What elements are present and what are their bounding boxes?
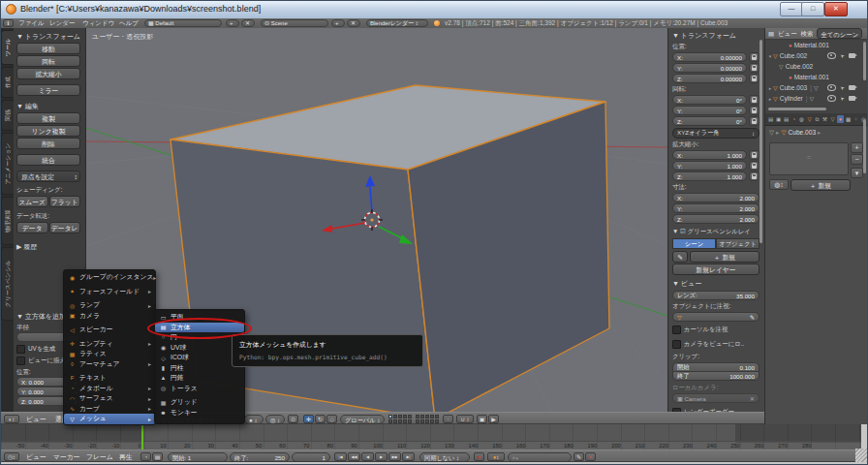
add-menu-item-armature[interactable]: ◊アーマチュア▸ — [64, 359, 155, 370]
render-engine-selector[interactable]: Blenderレンダー ↕ — [366, 19, 428, 27]
lock-icon[interactable] — [749, 116, 760, 126]
loc-z-field[interactable]: Z:0.00000 — [672, 74, 747, 83]
clip-end-field[interactable]: 終了1000.000 — [672, 371, 760, 381]
next-keyframe-button[interactable]: ▶▶ — [388, 452, 401, 461]
minimize-button[interactable]: — — [780, 2, 803, 16]
timeline-play-menu[interactable]: 再生 — [117, 452, 135, 461]
add-menu-item-mesh[interactable]: ▽メッシュ▸ — [64, 414, 155, 424]
shelf-tab-relations[interactable]: 関係 — [1, 100, 14, 131]
menu-window[interactable]: ウィンドウ — [82, 19, 114, 27]
menu-file[interactable]: ファイル — [18, 19, 45, 27]
rotate-button[interactable]: 回転 — [16, 55, 80, 67]
lock-cursor-row[interactable]: カーソルを注視 — [672, 324, 760, 335]
play-reverse-button[interactable]: ◀ — [361, 452, 374, 461]
dim-x-field[interactable]: X:2.000 — [672, 193, 760, 202]
preview-range-icon[interactable]: ◔ — [140, 452, 151, 461]
manipulator-translate-icon[interactable]: ✛ — [303, 415, 314, 423]
outliner-row-cube002-data[interactable]: ▽Cube.002 — [765, 61, 868, 72]
add-menu-item-surface[interactable]: ◠サーフェス▸ — [64, 393, 155, 404]
render-opengl-icon[interactable]: ▣ — [477, 415, 487, 423]
loc-x-field[interactable]: X:0.00000 — [672, 52, 747, 62]
lock-icon[interactable] — [749, 63, 760, 73]
timeline-canvas[interactable]: -50-40-30-20-100102030405060708090100110… — [1, 424, 861, 450]
lock-icon[interactable] — [749, 74, 760, 83]
checkbox-icon[interactable] — [16, 345, 25, 354]
shade-smooth-button[interactable]: スムーズ — [16, 196, 48, 207]
keying-set-field[interactable]: 🗝 — [508, 452, 572, 462]
menu-render[interactable]: レンダー — [49, 19, 75, 27]
selectability-cursor-icon[interactable]: ➤ — [839, 95, 847, 103]
menu-help[interactable]: ヘルプ — [119, 19, 139, 27]
scene-selector[interactable]: ⊙ Scene — [261, 19, 328, 27]
add-menu-item-empty[interactable]: ✛エンプティ▸ — [64, 339, 155, 350]
mesh-item-grid[interactable]: ▦グリッド — [155, 397, 244, 408]
keying-set-icon[interactable]: ●↕ — [487, 452, 505, 461]
editor-type-icon[interactable]: ◐↕ — [4, 415, 19, 423]
shelf-tab-tools[interactable]: ツール — [1, 30, 14, 65]
grease-object-button[interactable]: オブジェクト — [716, 238, 760, 249]
prev-keyframe-button[interactable]: ◀◀ — [348, 452, 360, 461]
timeline-view-menu[interactable]: ビュー — [24, 452, 48, 461]
grease-scene-button[interactable]: シーン — [672, 238, 716, 249]
npanel-transform-header[interactable]: ▼ トランスフォーム — [672, 31, 760, 41]
tab-object-icon[interactable]: ▽ — [806, 115, 813, 123]
breadcrumb-object-name[interactable]: Cube.003 — [788, 129, 816, 136]
maximize-button[interactable]: □ — [801, 2, 824, 16]
frame-end-field[interactable]: 終了:250 — [230, 452, 290, 462]
lock-icon[interactable] — [749, 95, 760, 105]
set-origin-dropdown[interactable]: 原点を設定 ↕ — [16, 170, 80, 182]
tab-constraints-icon[interactable]: ⧉ — [814, 115, 821, 123]
outliner-view-menu[interactable]: ビュー — [778, 28, 796, 39]
scene-add-button[interactable]: + — [331, 19, 345, 27]
add-menu-item-group-instance[interactable]: ◉グループのインスタンス▸ — [64, 272, 155, 283]
visibility-eye-icon[interactable] — [827, 95, 836, 102]
shelf-tab-create[interactable]: 作成 — [1, 67, 14, 98]
clear-x-icon[interactable]: ✕ — [750, 395, 755, 402]
move-button[interactable]: 移動 — [16, 43, 80, 54]
checkbox-icon[interactable] — [672, 340, 681, 349]
outliner-row-material2[interactable]: ●Material.001 — [765, 72, 868, 82]
rot-z-field[interactable]: Z:0° — [672, 116, 747, 126]
scale-button[interactable]: 拡大縮小 — [16, 68, 80, 79]
timeline-marker-menu[interactable]: マーカー — [51, 452, 82, 461]
render-camera-icon[interactable] — [849, 53, 855, 58]
mesh-item-monkey[interactable]: ☻モンキー — [155, 408, 244, 418]
tab-texture-icon[interactable]: ▦ — [845, 115, 852, 123]
checkbox-icon[interactable] — [16, 356, 25, 365]
lock-icon[interactable] — [749, 171, 760, 181]
selectability-cursor-icon[interactable]: ➤ — [839, 52, 847, 60]
manipulator-scale-icon[interactable]: ◇ — [326, 415, 337, 423]
rot-x-field[interactable]: X:0° — [672, 95, 747, 105]
shade-flat-button[interactable]: フラット — [49, 196, 81, 207]
shelf-tab-physics[interactable]: 物理演算 — [1, 197, 14, 245]
jump-start-button[interactable]: |◀ — [334, 452, 347, 461]
outliner-row-cube002[interactable]: ▾ ▽Cube.002 ➤ — [765, 50, 868, 61]
close-button[interactable]: ✕ — [824, 2, 848, 16]
material-browse-icon[interactable]: ◍↕ — [769, 179, 789, 190]
rotation-mode-dropdown[interactable]: XYZオイラー角↕ — [672, 128, 760, 139]
mirror-button[interactable]: ミラー — [16, 84, 80, 96]
lock-icon[interactable] — [749, 106, 760, 115]
outliner-scope-dropdown[interactable]: 全てのシーン — [817, 28, 862, 39]
rot-y-field[interactable]: Y:0° — [672, 106, 747, 115]
delete-button[interactable]: 削除 — [16, 138, 80, 149]
scale-x-field[interactable]: X:1.000 — [672, 150, 747, 160]
orientation-dropdown[interactable]: グローバル ↕ — [340, 415, 385, 424]
jump-end-button[interactable]: ▶| — [402, 452, 415, 461]
panel-edit-header[interactable]: ▼ 編集 — [16, 102, 82, 111]
pivot-dropdown[interactable]: ◎ ↕ — [265, 415, 285, 424]
resize-grip[interactable] — [855, 449, 868, 462]
record-button[interactable]: ● — [474, 452, 484, 461]
lock-icon[interactable]: ◦ — [443, 415, 453, 423]
render-camera-icon[interactable] — [849, 85, 855, 90]
clear-x-icon[interactable]: ✕ — [585, 452, 596, 461]
add-menu-item-metaball[interactable]: ◔メタボール▸ — [64, 384, 155, 394]
screen-layout-selector[interactable]: ▦ Default — [144, 19, 222, 27]
current-frame-field[interactable]: 1 — [292, 452, 330, 462]
outliner-vscrollbar[interactable] — [863, 42, 866, 80]
frame-start-field[interactable]: 開始: 1 — [168, 452, 228, 462]
npanel-scrollbar[interactable] — [760, 40, 762, 243]
dim-y-field[interactable]: Y:2.000 — [672, 203, 760, 213]
scene-delete-button[interactable]: ✕ — [347, 19, 360, 27]
tab-render-layers-icon[interactable]: ▤ — [783, 115, 790, 123]
